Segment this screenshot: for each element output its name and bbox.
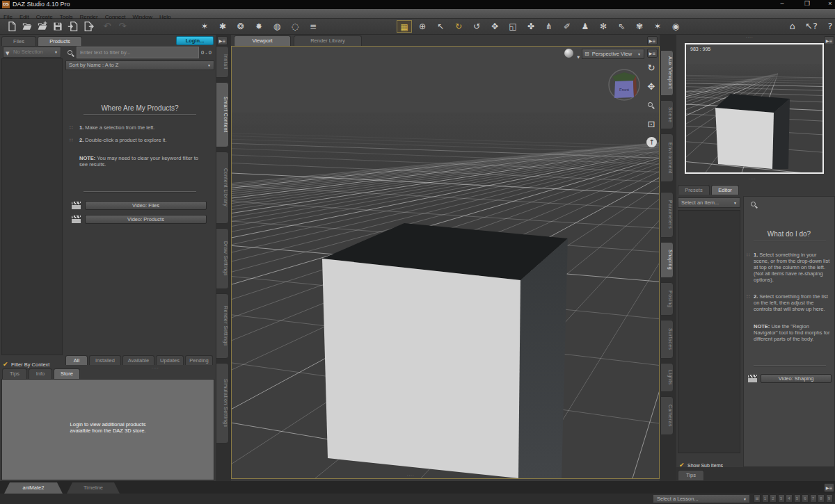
dock-tab-scene[interactable]: Scene: [660, 100, 674, 129]
selection-filter-dropdown[interactable]: No Selection ▼ ▼: [3, 47, 61, 58]
shaping-list-well[interactable]: [678, 210, 740, 453]
sort-dropdown[interactable]: Sort by Name : A to Z▼: [65, 60, 214, 70]
tab-viewport[interactable]: Viewport: [234, 35, 291, 46]
new-spotlight-icon[interactable]: ✱: [215, 20, 230, 33]
new-null-icon[interactable]: ◌: [287, 20, 303, 33]
figure-setup-icon[interactable]: ♟: [578, 20, 593, 33]
universal-tool-icon[interactable]: ✤: [523, 20, 539, 33]
close-button[interactable]: ×: [825, 0, 835, 7]
new-primitive-icon[interactable]: ◍: [269, 20, 285, 33]
tab-tips[interactable]: Tips: [678, 470, 704, 480]
surface-selection-tool-icon[interactable]: ✻: [596, 20, 611, 33]
tab-pending[interactable]: Pending: [185, 355, 213, 365]
open-file-icon[interactable]: [19, 20, 35, 33]
lesson-page-1[interactable]: 1: [762, 494, 769, 503]
save-file-icon[interactable]: [50, 20, 65, 33]
drawstyle-button[interactable]: ▼: [564, 49, 580, 59]
new-point-light-icon[interactable]: ❂: [233, 20, 248, 33]
merge-file-icon[interactable]: [35, 20, 50, 33]
dock-tab-aux-viewport[interactable]: Aux Viewport: [660, 50, 674, 96]
pane-menu-icon[interactable]: ▶≡: [824, 483, 834, 492]
pane-menu-icon[interactable]: ▶≡: [824, 36, 834, 45]
lesson-page-3[interactable]: 3: [778, 494, 785, 503]
daz-home-icon[interactable]: ⌂: [785, 20, 800, 33]
aux-viewport[interactable]: 983 : 995: [685, 43, 824, 174]
tab-timeline[interactable]: Timeline: [67, 482, 120, 494]
zoom-camera-icon[interactable]: [645, 99, 658, 112]
lesson-page-9[interactable]: 9: [826, 494, 833, 503]
tab-presets[interactable]: Presets: [678, 185, 710, 195]
aim-camera-icon[interactable]: ◉: [668, 20, 683, 33]
pane-menu-icon[interactable]: ▶≡: [647, 49, 658, 58]
geometry-editor-tool-icon[interactable]: ✾: [632, 20, 647, 33]
whats-this-icon[interactable]: ↖?: [804, 20, 819, 33]
lesson-page-7[interactable]: 7: [810, 494, 817, 503]
redo-icon[interactable]: ↷: [115, 20, 130, 33]
dock-tab-install[interactable]: Install: [216, 46, 229, 78]
tab-editor[interactable]: Editor: [711, 185, 739, 195]
lesson-page-2[interactable]: 2: [770, 494, 777, 503]
translate-tool-icon[interactable]: ✥: [487, 20, 502, 33]
reset-camera-icon[interactable]: ↑: [646, 137, 657, 147]
frame-camera-icon[interactable]: ⊡: [645, 118, 658, 131]
import-icon[interactable]: [65, 20, 81, 33]
universal-pointer-tool-icon[interactable]: ↖: [433, 20, 448, 33]
tab-animate2[interactable]: aniMate2: [4, 482, 63, 494]
video-shaping-button[interactable]: Video: Shaping: [761, 374, 832, 383]
tab-store[interactable]: Store: [54, 368, 80, 379]
scene-list-icon[interactable]: ≡: [305, 20, 321, 33]
pan-camera-icon[interactable]: ✥: [645, 81, 658, 93]
dock-tab-posing[interactable]: Posing: [660, 282, 674, 316]
splitter-handle[interactable]: ∙∙∙∙: [407, 473, 415, 478]
item-dropdown[interactable]: Select an Item...▼: [678, 197, 740, 208]
export-icon[interactable]: [81, 20, 96, 33]
product-tree-well[interactable]: [1, 58, 63, 355]
dock-tab-smart-content[interactable]: Smart Content: [216, 82, 229, 147]
node-selection-tool-icon[interactable]: ▦: [397, 20, 412, 33]
tab-available[interactable]: Available: [122, 355, 154, 365]
splitter-handle[interactable]: ∙∙∙∙: [152, 366, 159, 370]
splitter-handle[interactable]: ∙∙∙∙: [746, 35, 754, 39]
lesson-page-5[interactable]: 5: [794, 494, 801, 503]
dock-tab-environment[interactable]: Environment: [660, 133, 674, 182]
dock-tab-draw-settings[interactable]: Draw Settings: [216, 228, 229, 289]
tab-files[interactable]: Files: [1, 36, 36, 46]
tab-installed[interactable]: Installed: [89, 355, 121, 365]
lesson-page-4[interactable]: 4: [786, 494, 793, 503]
lesson-page-6[interactable]: 6: [802, 494, 809, 503]
undo-icon[interactable]: ↶: [100, 20, 115, 33]
dock-tab-simulation-settings[interactable]: Simulation Settings: [216, 363, 229, 444]
restore-button[interactable]: ❐: [802, 0, 812, 7]
rotate-tool-icon[interactable]: ↻: [451, 20, 466, 33]
node-weight-brush-icon[interactable]: ✐: [559, 20, 575, 33]
tab-updates[interactable]: Updates: [156, 355, 184, 365]
camera-view-dropdown[interactable]: ⊞ Perspective View ▼: [582, 49, 644, 59]
spot-render-tool-icon[interactable]: ✶: [650, 20, 665, 33]
scale-tool-icon[interactable]: ◱: [505, 20, 520, 33]
orbit-camera-icon[interactable]: ↻: [645, 62, 658, 74]
splitter-handle[interactable]: ∙∙∙∙: [749, 177, 756, 181]
pane-menu-icon[interactable]: ▶≡: [217, 36, 228, 45]
region-navigator-tool-icon[interactable]: ⇖: [614, 20, 629, 33]
new-file-icon[interactable]: [4, 20, 19, 33]
dock-tab-cameras[interactable]: Cameras: [660, 396, 674, 435]
new-distant-light-icon[interactable]: ✸: [251, 20, 267, 33]
minimize-button[interactable]: –: [777, 0, 787, 7]
login-button[interactable]: Login...: [176, 36, 214, 45]
dock-tab-parameters[interactable]: Parameters: [660, 192, 674, 238]
tab-render-library[interactable]: Render Library: [294, 35, 362, 46]
viewport-3d[interactable]: ▼ ⊞ Perspective View ▼ ▶≡ Front ↻✥⊡↑ ∙∙∙…: [231, 46, 660, 479]
dock-tab-content-library[interactable]: Content Library: [216, 152, 229, 224]
view-navigation-cube[interactable]: Front: [606, 66, 642, 104]
help-icon[interactable]: ?: [822, 20, 835, 33]
active-pose-tool-icon[interactable]: ↺: [469, 20, 484, 33]
scene-navigator-tool-icon[interactable]: ⊕: [415, 20, 430, 33]
tab-tips[interactable]: Tips: [2, 368, 27, 379]
tab-all[interactable]: All: [65, 355, 88, 365]
new-camera-icon[interactable]: ✶: [197, 20, 212, 33]
lesson-dropdown[interactable]: Select a Lesson...▼: [653, 494, 750, 503]
dock-tab-lights[interactable]: Lights: [660, 363, 674, 392]
lesson-page-⊞[interactable]: ⊞: [754, 494, 761, 503]
pane-menu-icon[interactable]: ▶≡: [647, 36, 658, 45]
tab-products[interactable]: Products: [38, 36, 82, 46]
